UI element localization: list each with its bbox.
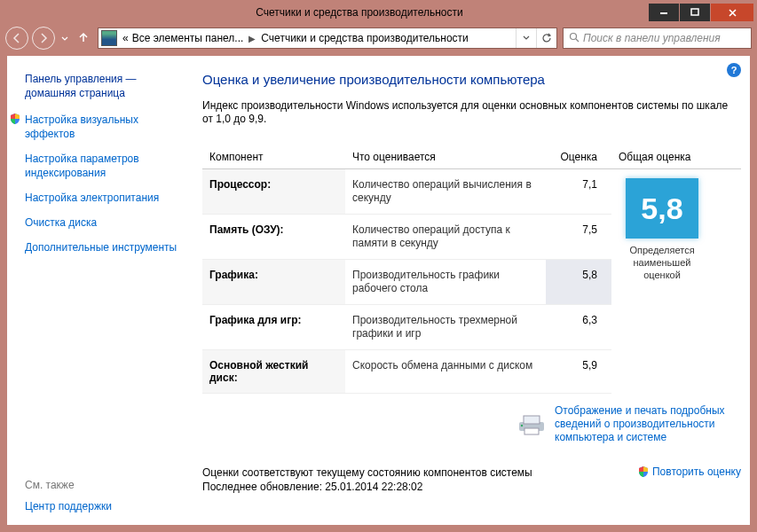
see-also: См. также Центр поддержки [25, 479, 112, 512]
sidebar-item-label: Настройка визуальных эффектов [25, 113, 185, 141]
sidebar-item-label: Настройка параметров индексирования [25, 152, 185, 180]
cell-component: Графика: [202, 260, 345, 305]
shield-icon [9, 113, 21, 125]
page-heading: Оценка и увеличение производительности к… [202, 72, 741, 87]
refresh-icon [541, 33, 552, 43]
cell-component: Основной жесткий диск: [202, 350, 345, 394]
chevron-down-icon [523, 35, 530, 41]
shield-icon [637, 466, 650, 478]
printer-icon [516, 413, 548, 436]
cell-score: 7,1 [546, 169, 611, 215]
minimize-button[interactable] [649, 4, 679, 21]
status-text: Оценки соответствуют текущему состоянию … [202, 466, 637, 494]
base-score-cell: 5,8 Определяется наименьшей оценкой [611, 169, 741, 394]
close-icon [728, 8, 737, 18]
address-bar[interactable]: « Все элементы панел... ▶ Счетчики и сре… [98, 27, 557, 49]
col-score: Оценка [546, 145, 611, 169]
history-dropdown[interactable] [59, 34, 71, 43]
col-what: Что оценивается [345, 145, 546, 169]
sidebar: Панель управления — домашняя страница На… [7, 56, 193, 525]
status-row: Оценки соответствуют текущему состоянию … [202, 466, 741, 494]
arrow-up-icon [77, 31, 90, 43]
minimize-icon [659, 8, 668, 17]
cell-component: Память (ОЗУ): [202, 215, 345, 260]
sidebar-item-disk-cleanup[interactable]: Очистка диска [25, 215, 185, 230]
wei-table: Компонент Что оценивается Оценка Общая о… [202, 145, 741, 394]
cell-component: Графика для игр: [202, 305, 345, 350]
base-score-badge: 5,8 [626, 178, 698, 239]
cell-component: Процессор: [202, 169, 345, 215]
sidebar-item-label: Настройка электропитания [25, 191, 159, 205]
cell-what: Количество операций доступа к памяти в с… [345, 215, 546, 260]
base-score-caption: Определяется наименьшей оценкой [619, 244, 706, 281]
maximize-icon [690, 8, 699, 17]
search-placeholder: Поиск в панели управления [583, 32, 721, 44]
svg-rect-4 [524, 416, 540, 424]
col-component: Компонент [202, 145, 345, 169]
titlebar[interactable]: Счетчики и средства производительности [0, 0, 757, 25]
cell-score: 5,8 [546, 260, 611, 305]
cell-what: Количество операций вычисления в секунду [345, 169, 546, 215]
page-description: Индекс производительности Windows исполь… [202, 99, 741, 126]
breadcrumb-seg-2[interactable]: Счетчики и средства производительности [259, 32, 469, 44]
search-input[interactable]: Поиск в панели управления [563, 27, 752, 49]
rerun-label: Повторить оценку [652, 466, 741, 478]
chevron-right-icon: ▶ [245, 34, 259, 43]
svg-point-2 [571, 33, 577, 39]
table-row: Процессор: Количество операций вычислени… [202, 169, 741, 215]
svg-rect-5 [524, 428, 539, 434]
forward-button[interactable] [32, 27, 55, 50]
cell-what: Производительность графики рабочего стол… [345, 260, 546, 305]
rerun-assessment-link[interactable]: Повторить оценку [637, 466, 741, 478]
breadcrumb-pre[interactable]: « [121, 32, 130, 44]
window-buttons [648, 4, 753, 21]
cell-what: Производительность трехмерной графики и … [345, 305, 546, 350]
content-area: ? Панель управления — домашняя страница … [7, 56, 750, 525]
see-also-header: См. также [25, 479, 112, 491]
print-details-row: Отображение и печать подробных сведений … [202, 404, 741, 444]
maximize-button[interactable] [680, 4, 710, 21]
sidebar-item-power[interactable]: Настройка электропитания [25, 191, 185, 205]
svg-rect-0 [660, 12, 667, 14]
print-details-link[interactable]: Отображение и печать подробных сведений … [555, 404, 741, 444]
sidebar-item-advanced-tools[interactable]: Дополнительные инструменты [25, 240, 185, 254]
sidebar-item-label: Очистка диска [25, 215, 97, 230]
window-title: Счетчики и средства производительности [71, 6, 648, 19]
back-button[interactable] [5, 27, 28, 50]
control-panel-icon [101, 30, 117, 46]
window: Счетчики и средства производительности [0, 0, 757, 532]
sidebar-item-visual-effects[interactable]: Настройка визуальных эффектов [25, 113, 185, 141]
action-center-link[interactable]: Центр поддержки [25, 500, 112, 512]
chevron-down-icon [61, 36, 68, 42]
sidebar-item-label: Дополнительные инструменты [25, 240, 177, 254]
nav-toolbar: « Все элементы панел... ▶ Счетчики и сре… [0, 25, 757, 51]
refresh-button[interactable] [536, 28, 556, 48]
cell-score: 5,9 [546, 350, 611, 394]
svg-rect-1 [691, 9, 698, 15]
sidebar-item-indexing[interactable]: Настройка параметров индексирования [25, 152, 185, 180]
control-panel-home-link[interactable]: Панель управления — домашняя страница [25, 72, 185, 100]
cell-score: 7,5 [546, 215, 611, 260]
up-button[interactable] [75, 31, 92, 46]
svg-point-6 [521, 424, 523, 426]
col-base: Общая оценка [611, 145, 741, 169]
main-panel: Оценка и увеличение производительности к… [202, 72, 741, 516]
breadcrumb-seg-1[interactable]: Все элементы панел... [130, 32, 246, 44]
arrow-left-icon [12, 33, 22, 43]
arrow-right-icon [38, 33, 49, 43]
close-button[interactable] [711, 4, 753, 21]
addr-dropdown-button[interactable] [516, 28, 536, 48]
cell-score: 6,3 [546, 305, 611, 350]
cell-what: Скорость обмена данными с диском [345, 350, 546, 394]
search-icon [569, 32, 580, 45]
